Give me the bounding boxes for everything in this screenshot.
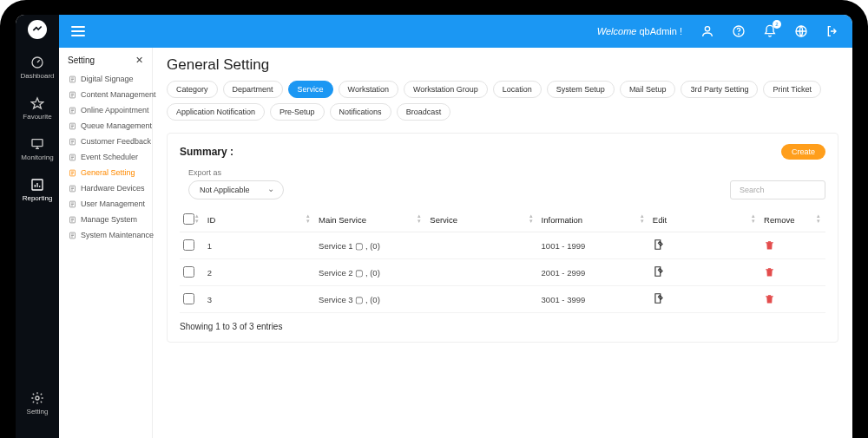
sidebar-item[interactable]: System Maintenance <box>62 227 148 243</box>
close-icon[interactable]: ✕ <box>135 55 143 66</box>
sidebar-item[interactable]: General Setting <box>62 165 148 180</box>
sidebar-item-label: Content Management <box>81 90 156 99</box>
doc-icon <box>68 199 76 208</box>
gear-icon <box>30 390 45 406</box>
sidebar-item[interactable]: Content Management <box>62 87 148 102</box>
hamburger-icon[interactable] <box>71 26 85 36</box>
th-edit: Edit <box>653 215 667 225</box>
rail-item-setting[interactable]: Setting <box>27 390 49 415</box>
rail-item-reporting[interactable]: Reporting <box>23 177 53 202</box>
doc-icon <box>68 106 76 114</box>
table-row: 3Service 3 ▢ , (0)3001 - 3999 <box>180 286 825 313</box>
cell-service <box>426 259 537 286</box>
tab-pill[interactable]: Mail Setup <box>620 81 676 98</box>
doc-icon <box>68 90 76 99</box>
settings-sidebar: Setting ✕ Digital SignageContent Managem… <box>59 48 153 438</box>
cell-id: 3 <box>204 286 315 313</box>
laptop-frame: Dashboard Favourite Monitoring Reporting <box>0 0 868 438</box>
svg-point-7 <box>739 34 740 35</box>
rail-item-favourite[interactable]: Favourite <box>23 95 51 121</box>
sidebar-item-label: Event Scheduler <box>81 153 138 161</box>
sidebar-item[interactable]: Manage System <box>62 212 148 227</box>
tab-pill[interactable]: Department <box>223 81 283 98</box>
summary-panel: Summary : Create Export as Not Applicabl… <box>167 133 838 343</box>
sidebar-item[interactable]: Digital Signage <box>62 71 148 87</box>
table-row: 2Service 2 ▢ , (0)2001 - 2999 <box>180 259 825 286</box>
tab-pill[interactable]: Application Notification <box>167 103 265 121</box>
monitor-icon <box>30 136 45 152</box>
data-table: ▴▾ ID▴▾ Main Service▴▾ Service▴▾ Informa… <box>180 208 825 313</box>
export-select-value: Not Applicable <box>200 186 250 194</box>
body-row: Setting ✕ Digital SignageContent Managem… <box>59 48 852 438</box>
tab-pill[interactable]: Workstation Group <box>404 81 488 98</box>
logout-icon[interactable] <box>825 23 840 39</box>
sidebar-item[interactable]: Online Appointment <box>62 102 148 118</box>
edit-icon[interactable] <box>653 239 665 251</box>
tab-pill[interactable]: System Setup <box>547 81 615 98</box>
sidebar-item-label: General Setting <box>81 168 135 177</box>
export-select[interactable]: Not Applicable <box>188 180 284 199</box>
sidebar-item[interactable]: User Management <box>62 196 148 212</box>
tab-pill[interactable]: 3rd Party Setting <box>681 81 758 98</box>
topbar: Welcome qbAdmin ! 2 <box>59 15 852 48</box>
row-checkbox[interactable] <box>183 239 194 251</box>
cell-information: 2001 - 2999 <box>538 259 649 286</box>
bell-icon[interactable]: 2 <box>762 23 778 39</box>
tab-pill[interactable]: Service <box>288 81 333 98</box>
tab-pill[interactable]: Print Ticket <box>763 81 821 98</box>
export-label: Export as <box>188 168 284 177</box>
delete-icon[interactable] <box>764 239 775 251</box>
content-area: General Setting CategoryDepartmentServic… <box>153 48 852 438</box>
rail-item-label: Monitoring <box>21 154 53 161</box>
edit-icon[interactable] <box>653 265 665 278</box>
rail-item-monitoring[interactable]: Monitoring <box>21 136 53 161</box>
cell-service <box>426 286 537 313</box>
rail-item-label: Reporting <box>23 194 53 202</box>
tab-pill[interactable]: Broadcast <box>397 103 451 121</box>
sidebar-item-label: Manage System <box>81 215 137 224</box>
sidebar-item-label: Digital Signage <box>81 75 134 83</box>
sidebar-item[interactable]: Customer Feedback <box>62 134 148 149</box>
gauge-icon <box>30 55 45 70</box>
tab-pill[interactable]: Location <box>493 81 542 98</box>
tab-pill[interactable]: Workstation <box>339 81 398 98</box>
help-icon[interactable] <box>731 23 746 39</box>
cell-main-service: Service 3 ▢ , (0) <box>315 286 426 313</box>
tab-pill[interactable]: Category <box>167 81 218 98</box>
search-input[interactable] <box>730 180 825 199</box>
delete-icon[interactable] <box>764 266 775 278</box>
tabs-row: CategoryDepartmentServiceWorkstationWork… <box>167 81 838 121</box>
rail-item-label: Dashboard <box>20 72 54 80</box>
globe-icon[interactable] <box>793 23 809 39</box>
edit-icon[interactable] <box>653 292 665 304</box>
create-button[interactable]: Create <box>781 144 825 160</box>
summary-label: Summary : <box>180 146 233 158</box>
doc-icon <box>68 168 76 177</box>
cell-service <box>426 232 537 259</box>
svg-point-4 <box>36 396 39 400</box>
doc-icon <box>68 184 76 193</box>
row-checkbox[interactable] <box>183 266 194 278</box>
cell-main-service: Service 1 ▢ , (0) <box>315 232 426 259</box>
cell-information: 3001 - 3999 <box>538 286 649 313</box>
sidebar-item[interactable]: Event Scheduler <box>62 149 148 165</box>
row-checkbox[interactable] <box>183 293 194 304</box>
doc-icon <box>68 231 76 239</box>
cell-id: 2 <box>204 259 315 286</box>
sidebar-item[interactable]: Hardware Devices <box>62 180 148 196</box>
cell-id: 1 <box>204 232 315 259</box>
sidebar-item-label: Customer Feedback <box>81 137 151 146</box>
select-all-checkbox[interactable] <box>183 213 194 225</box>
sidebar-item[interactable]: Queue Management <box>62 118 148 134</box>
rail-item-dashboard[interactable]: Dashboard <box>20 55 54 80</box>
th-remove: Remove <box>764 215 794 225</box>
user-icon[interactable] <box>700 23 715 39</box>
tab-pill[interactable]: Notifications <box>330 103 391 121</box>
rail-item-label: Setting <box>27 408 49 415</box>
tab-pill[interactable]: Pre-Setup <box>270 103 325 121</box>
sidebar-item-label: User Management <box>81 199 145 208</box>
chart-icon <box>30 177 45 193</box>
sidebar-item-label: System Maintenance <box>81 231 154 239</box>
cell-information: 1001 - 1999 <box>538 232 649 259</box>
delete-icon[interactable] <box>764 293 775 304</box>
